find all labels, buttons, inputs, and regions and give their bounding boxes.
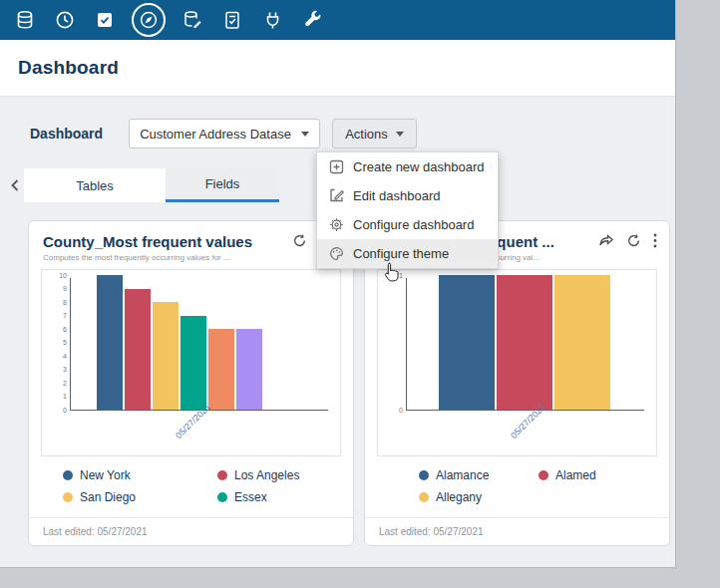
top-nav-bar — [0, 0, 675, 40]
dashboard-compass-icon[interactable] — [132, 3, 166, 37]
actions-button-label: Actions — [345, 127, 388, 142]
legend-dot — [539, 470, 548, 480]
refresh-icon[interactable] — [626, 233, 641, 248]
y-tick-label: 5 — [63, 339, 67, 346]
chart-legend: AlamanceAlamedAllegany — [419, 468, 669, 504]
gear-icon — [329, 217, 344, 232]
tab-strip: Tables Fields — [24, 168, 279, 202]
chevron-down-icon — [301, 132, 309, 137]
y-tick-label: 3 — [63, 366, 67, 373]
cards-row: County_Most frequent values Computes the… — [28, 220, 675, 546]
palette-icon — [329, 246, 344, 261]
bars — [439, 275, 610, 410]
y-tick-label: 10 — [59, 272, 67, 279]
chevron-down-icon — [396, 132, 404, 137]
tab-fields-label: Fields — [205, 176, 240, 191]
chevron-left-icon[interactable] — [8, 175, 24, 195]
card-subtitle: Computes the most frequently occurring v… — [29, 250, 353, 262]
legend-label: Alamed — [555, 468, 596, 482]
mouse-cursor — [383, 262, 399, 286]
page-title: Dashboard — [18, 57, 119, 79]
y-tick-label: 8 — [63, 299, 67, 306]
legend-dot — [419, 492, 429, 502]
checklist-icon[interactable] — [219, 7, 245, 33]
bar — [180, 316, 206, 411]
plug-icon[interactable] — [259, 7, 285, 33]
card-header: County_Most frequent values — [29, 221, 353, 250]
clock-icon[interactable] — [52, 7, 78, 33]
y-tick-label: 1 — [63, 393, 67, 400]
legend-dot — [63, 492, 73, 502]
bar — [497, 275, 552, 410]
legend-item: Allegany — [419, 490, 539, 504]
app-window: Dashboard Dashboard Customer Address Dat… — [0, 0, 676, 568]
share-icon[interactable] — [598, 233, 614, 248]
bar — [208, 329, 234, 410]
legend-label: New York — [80, 468, 131, 482]
tab-tables-label: Tables — [76, 178, 114, 193]
legend-label: Alamance — [436, 468, 489, 482]
menu-item-configure-dashboard[interactable]: Configure dashboard — [317, 210, 498, 239]
menu-item-label: Configure dashboard — [353, 217, 474, 232]
bar — [236, 329, 262, 410]
edit-icon — [329, 188, 344, 203]
checkbox-icon[interactable] — [92, 7, 118, 33]
legend-item: Los Angeles — [217, 468, 353, 482]
wrench-icon[interactable] — [299, 7, 325, 33]
bars — [97, 275, 262, 410]
card-county-most-frequent-2: County_Most frequent ... — [364, 220, 670, 546]
plot-area: 01 — [406, 278, 644, 411]
legend-item: Alamance — [419, 468, 539, 482]
menu-item-label: Configure theme — [353, 246, 449, 261]
bar — [97, 275, 123, 410]
legend-dot — [419, 470, 429, 480]
legend-label: Allegany — [436, 490, 482, 504]
chart-legend: New YorkLos AngelesSan DiegoEssex — [63, 468, 353, 504]
actions-button[interactable]: Actions — [332, 119, 417, 148]
menu-item-label: Create new dashboard — [353, 159, 485, 174]
bar — [153, 302, 179, 410]
database-edit-icon[interactable] — [180, 7, 205, 33]
kebab-menu-icon[interactable] — [653, 233, 657, 248]
card-footer: Last edited: 05/27/2021 — [29, 517, 353, 545]
menu-item-label: Edit dashboard — [353, 188, 440, 203]
legend-item: Alamed — [539, 468, 669, 482]
plus-square-icon — [329, 159, 344, 174]
legend-label: Los Angeles — [234, 468, 299, 482]
page-header: Dashboard — [0, 40, 675, 97]
card-county-most-frequent-values: County_Most frequent values Computes the… — [28, 220, 354, 546]
legend-dot — [63, 470, 73, 480]
y-tick-label: 4 — [63, 353, 67, 360]
legend-item: New York — [63, 468, 217, 482]
menu-item-configure-theme[interactable]: Configure theme — [317, 239, 498, 268]
bar — [439, 275, 495, 410]
y-tick-label: 6 — [63, 326, 67, 333]
y-tick-label: 0 — [63, 407, 67, 414]
y-tick-label: 9 — [63, 285, 67, 292]
y-tick-label: 1 — [399, 272, 403, 279]
bar-chart: 01 05/27/2021 — [377, 269, 657, 456]
y-tick-label: 0 — [399, 407, 403, 414]
card-footer: Last edited: 05/27/2021 — [365, 517, 669, 545]
refresh-icon[interactable] — [292, 233, 307, 248]
dataset-dropdown-value: Customer Address Datase — [140, 127, 291, 142]
legend-label: San Diego — [80, 490, 136, 504]
menu-item-create-new-dashboard[interactable]: Create new dashboard — [317, 152, 498, 181]
tab-tables[interactable]: Tables — [24, 168, 166, 202]
menu-item-edit-dashboard[interactable]: Edit dashboard — [317, 181, 498, 210]
database-icon[interactable] — [12, 7, 38, 33]
actions-menu: Create new dashboard Edit dashboard Conf… — [316, 151, 499, 269]
legend-label: Essex — [234, 490, 267, 504]
dashboard-toolbar: Dashboard Customer Address Datase Action… — [30, 119, 675, 148]
tab-fields[interactable]: Fields — [166, 168, 279, 202]
bar-chart: 012345678910 05/27/2021 — [41, 269, 341, 456]
plot-area: 012345678910 — [70, 278, 328, 411]
legend-item: San Diego — [63, 490, 217, 504]
legend-dot — [217, 470, 227, 480]
dashboard-label: Dashboard — [30, 126, 103, 142]
legend-dot — [217, 492, 227, 502]
bar — [125, 289, 151, 411]
dataset-dropdown[interactable]: Customer Address Datase — [129, 119, 320, 148]
y-tick-label: 7 — [63, 312, 67, 319]
bar — [554, 275, 610, 410]
